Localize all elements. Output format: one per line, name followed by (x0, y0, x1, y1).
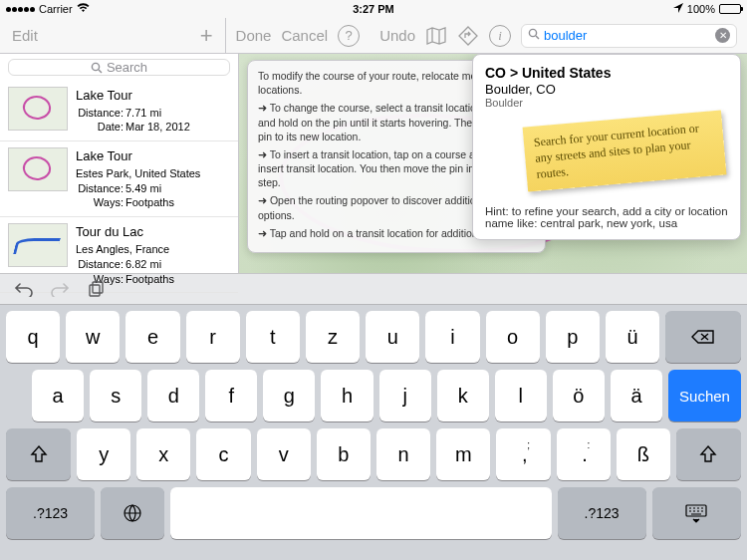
key-e[interactable]: e (125, 311, 179, 363)
route-title: Lake Tour (76, 147, 200, 165)
key-u[interactable]: u (366, 311, 419, 363)
route-item[interactable]: Tour du Lac Les Angles, France Distance:… (0, 217, 238, 293)
sticky-note: Search for your current location or any … (523, 110, 727, 191)
key-s[interactable]: s (90, 370, 141, 421)
key-backspace[interactable] (665, 311, 741, 363)
key-comma[interactable]: ;, (496, 428, 550, 480)
key-space[interactable] (170, 487, 552, 539)
add-button[interactable]: + (200, 25, 213, 47)
key-ä[interactable]: ä (611, 370, 662, 421)
key-q[interactable]: q (6, 311, 60, 363)
key-ü[interactable]: ü (606, 311, 659, 363)
route-item[interactable]: Lake Tour Estes Park, United States Dist… (0, 141, 238, 217)
location-icon (673, 3, 683, 15)
status-bar: Carrier 3:27 PM 100% (0, 0, 747, 18)
battery-pct: 100% (687, 3, 715, 15)
key-ö[interactable]: ö (553, 370, 605, 421)
route-item[interactable]: Lake Tour Distance:7.71 mi Date:Mar 18, … (0, 81, 238, 141)
search-icon (528, 28, 540, 43)
done-button[interactable]: Done (236, 27, 272, 44)
key-y[interactable]: y (77, 428, 130, 480)
key-globe[interactable] (101, 487, 164, 539)
key-f[interactable]: f (205, 370, 257, 421)
route-subtitle: Les Angles, France (76, 242, 174, 257)
signal-icon (6, 7, 35, 12)
route-title: Lake Tour (76, 87, 190, 105)
map-search-input[interactable] (544, 28, 711, 43)
key-v[interactable]: v (257, 428, 311, 480)
redo-icon[interactable] (50, 279, 70, 299)
cancel-button[interactable]: Cancel (281, 27, 328, 44)
clock: 3:27 PM (353, 3, 394, 15)
key-period[interactable]: :. (557, 428, 611, 480)
map-layers-icon[interactable] (425, 25, 447, 47)
svg-rect-2 (90, 285, 100, 296)
key-t[interactable]: t (246, 311, 300, 363)
search-results-popover: CO > United States Boulder, CO Boulder S… (472, 54, 741, 240)
help-icon[interactable]: ? (338, 25, 360, 47)
key-ß[interactable]: ß (617, 428, 670, 480)
key-j[interactable]: j (379, 370, 431, 421)
key-p[interactable]: p (546, 311, 600, 363)
svg-point-1 (92, 63, 99, 70)
svg-point-0 (529, 29, 536, 36)
key-dismiss-keyboard[interactable] (652, 487, 741, 539)
route-diamond-icon[interactable] (457, 25, 479, 47)
route-thumbnail (8, 223, 68, 267)
route-thumbnail (8, 147, 68, 191)
key-a[interactable]: a (32, 370, 84, 421)
sidebar-toolbar: Edit + (0, 18, 226, 53)
key-z[interactable]: z (306, 311, 360, 363)
undo-button[interactable]: Undo (379, 27, 415, 44)
key-numbers-right[interactable]: .?123 (558, 487, 646, 539)
sidebar-search-placeholder: Search (107, 60, 147, 75)
key-n[interactable]: n (376, 428, 430, 480)
key-shift-right[interactable] (676, 428, 741, 480)
search-breadcrumb: CO > United States (485, 65, 728, 81)
key-c[interactable]: c (196, 428, 250, 480)
route-subtitle: Estes Park, United States (76, 166, 200, 181)
route-thumbnail (8, 87, 68, 131)
copy-icon[interactable] (86, 279, 106, 299)
map-view[interactable]: To modify the course of your route, relo… (239, 54, 747, 273)
key-w[interactable]: w (66, 311, 120, 363)
routes-sidebar: Search Lake Tour Distance:7.71 mi Date:M… (0, 54, 239, 273)
key-m[interactable]: m (436, 428, 490, 480)
key-k[interactable]: k (437, 370, 489, 421)
undo-icon[interactable] (14, 279, 34, 299)
search-hint: Hint: to refine your search, add a city … (485, 205, 728, 229)
info-icon[interactable]: i (489, 25, 511, 47)
main-toolbar: Done Cancel ? Undo i ✕ (226, 18, 747, 53)
wifi-icon (77, 3, 90, 15)
carrier-label: Carrier (39, 3, 73, 15)
key-numbers-left[interactable]: .?123 (6, 487, 95, 539)
key-h[interactable]: h (321, 370, 373, 421)
key-o[interactable]: o (486, 311, 540, 363)
search-result-sub: Boulder (485, 97, 728, 109)
battery-icon (719, 4, 741, 14)
key-i[interactable]: i (425, 311, 479, 363)
key-r[interactable]: r (186, 311, 240, 363)
key-d[interactable]: d (147, 370, 199, 421)
key-x[interactable]: x (136, 428, 190, 480)
clear-search-icon[interactable]: ✕ (715, 28, 730, 43)
on-screen-keyboard: qwertzuiopü asdfghjklöäSuchen yxcvbnm;,:… (0, 305, 747, 560)
key-l[interactable]: l (495, 370, 547, 421)
route-title: Tour du Lac (76, 223, 174, 241)
key-shift-left[interactable] (6, 428, 71, 480)
sidebar-search-field[interactable]: Search (8, 59, 230, 76)
edit-button[interactable]: Edit (12, 27, 38, 44)
svg-rect-3 (93, 282, 103, 293)
key-search[interactable]: Suchen (668, 370, 741, 421)
key-b[interactable]: b (317, 428, 371, 480)
search-result-main[interactable]: Boulder, CO (485, 82, 728, 97)
key-g[interactable]: g (263, 370, 315, 421)
map-search-field[interactable]: ✕ (521, 24, 737, 48)
